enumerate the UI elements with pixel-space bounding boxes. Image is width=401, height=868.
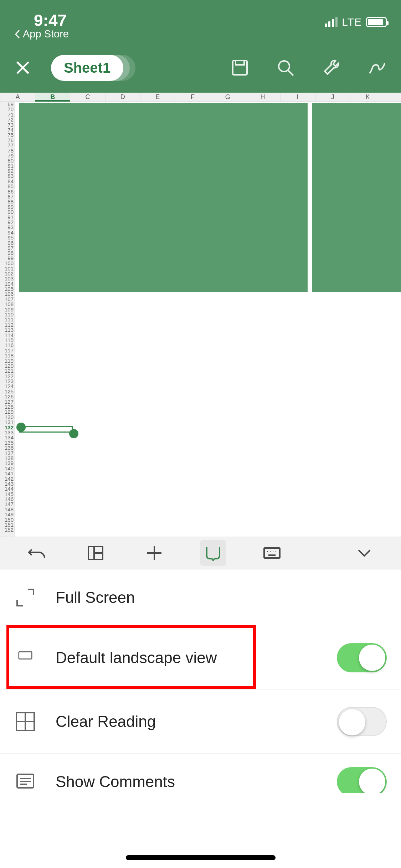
search-icon[interactable] [276,58,295,78]
svg-rect-4 [264,548,280,558]
column-header-J[interactable]: J [315,93,350,102]
status-bar: 9:47 LTE App Store [0,0,401,43]
spreadsheet-area[interactable]: ABCDEFGHIJKL 697071727374757677787980818… [0,93,401,537]
clear-reading-row[interactable]: Clear Reading [0,690,401,754]
column-header-D[interactable]: D [106,93,140,102]
toolbar-divider [318,544,318,562]
close-button[interactable] [14,59,31,76]
column-header-I[interactable]: I [281,93,315,102]
landscape-toggle[interactable] [337,643,387,672]
column-headers[interactable]: ABCDEFGHIJKL [0,93,401,102]
sheet-name: Sheet1 [51,55,123,81]
landscape-icon [14,647,36,669]
cell-selection[interactable] [19,426,73,433]
filled-range-1 [19,103,308,292]
select-all-corner[interactable] [0,93,0,102]
insert-button[interactable] [142,540,167,566]
wrench-icon[interactable] [321,58,341,78]
battery-icon [366,17,387,27]
view-button[interactable] [200,540,226,566]
fullscreen-icon [14,587,36,609]
column-header-H[interactable]: H [245,93,280,102]
landscape-label: Default landscape view [56,649,337,667]
clear-reading-toggle[interactable] [337,707,387,736]
cellular-signal-icon [325,17,338,27]
selection-handle-bottom[interactable] [69,429,78,438]
scribble-icon[interactable] [367,58,387,78]
column-header-L[interactable]: L [385,93,401,102]
network-type: LTE [342,16,362,28]
save-icon[interactable] [230,58,250,78]
collapse-panel-button[interactable] [351,540,377,566]
svg-point-2 [279,61,289,72]
svg-rect-1 [236,61,244,65]
selection-handle-top[interactable] [16,423,26,432]
column-header-C[interactable]: C [70,93,105,102]
view-settings-panel: Full Screen Default landscape view Clear… [0,569,401,793]
clear-reading-label: Clear Reading [56,713,337,730]
show-comments-label: Show Comments [56,773,337,791]
layout-button[interactable] [83,540,108,566]
column-header-A[interactable]: A [0,93,35,102]
row-header-152[interactable]: 152 [0,527,14,532]
comments-icon [14,771,36,793]
grid-canvas[interactable] [15,102,401,537]
column-header-F[interactable]: F [175,93,210,102]
full-screen-label: Full Screen [56,589,387,606]
column-header-G[interactable]: G [210,93,245,102]
back-label: App Store [23,28,69,40]
svg-rect-5 [19,652,32,659]
home-indicator [126,855,276,860]
landscape-row[interactable]: Default landscape view [0,626,401,690]
filled-range-2 [312,103,401,292]
undo-button[interactable] [24,540,50,566]
column-header-E[interactable]: E [140,93,175,102]
return-to-app-store-button[interactable]: App Store [14,28,69,40]
keyboard-button[interactable] [259,540,285,566]
column-header-K[interactable]: K [350,93,385,102]
column-header-B[interactable]: B [35,93,70,102]
status-right-group: LTE [325,16,387,28]
row-headers[interactable]: 6970717273747576777879808182838485868788… [0,102,15,537]
sheet-tab[interactable]: Sheet1 [51,55,123,81]
grid-icon [14,711,36,733]
full-screen-row[interactable]: Full Screen [0,569,401,626]
app-toolbar: Sheet1 [0,43,401,93]
show-comments-row[interactable]: Show Comments [0,754,401,793]
status-time: 9:47 [34,11,67,30]
show-comments-toggle[interactable] [337,767,387,793]
panel-toolbar [0,537,401,569]
